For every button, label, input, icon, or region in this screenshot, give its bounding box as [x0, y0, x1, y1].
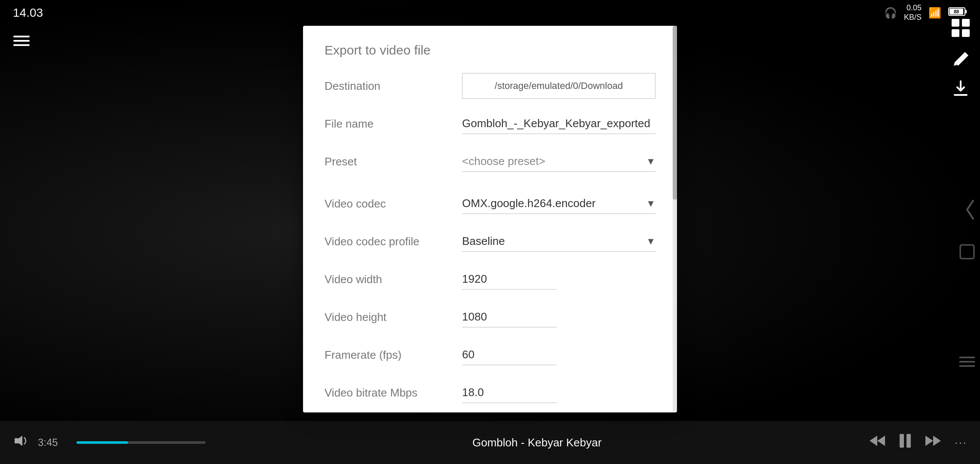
- filename-row: File name: [325, 111, 655, 137]
- video-height-row: Video height: [325, 304, 655, 330]
- export-dialog: Export to video file Destination /storag…: [303, 26, 677, 412]
- video-codec-profile-label: Video codec profile: [325, 235, 462, 248]
- video-bitrate-row: Video bitrate Mbps: [325, 380, 655, 406]
- video-height-label: Video height: [325, 311, 462, 324]
- destination-label: Destination: [325, 79, 462, 93]
- preset-dropdown-arrow: ▼: [646, 156, 655, 167]
- filename-label: File name: [325, 117, 462, 131]
- video-bitrate-label: Video bitrate Mbps: [325, 386, 462, 400]
- video-codec-profile-value: Baseline: [462, 235, 505, 248]
- framerate-input[interactable]: [462, 345, 557, 365]
- video-codec-profile-dropdown-arrow: ▼: [646, 236, 655, 247]
- filename-input[interactable]: [462, 113, 655, 134]
- framerate-label: Framerate (fps): [325, 348, 462, 362]
- scrollbar-track[interactable]: [673, 26, 677, 412]
- scrollbar-thumb[interactable]: [673, 26, 677, 200]
- video-codec-value: OMX.google.h264.encoder: [462, 197, 596, 210]
- dialog-title: Export to video file: [325, 43, 655, 58]
- preset-dropdown[interactable]: <choose preset> ▼: [462, 151, 655, 172]
- video-width-input[interactable]: [462, 269, 557, 290]
- preset-row: Preset <choose preset> ▼: [325, 149, 655, 174]
- destination-value[interactable]: /storage/emulated/0/Download: [462, 73, 655, 99]
- video-codec-label: Video codec: [325, 197, 462, 211]
- dialog-backdrop: Export to video file Destination /storag…: [0, 0, 980, 464]
- video-bitrate-input[interactable]: [462, 382, 557, 403]
- video-height-input[interactable]: [462, 307, 557, 327]
- video-width-label: Video width: [325, 273, 462, 286]
- preset-label: Preset: [325, 155, 462, 168]
- framerate-row: Framerate (fps): [325, 342, 655, 368]
- video-codec-profile-dropdown[interactable]: Baseline ▼: [462, 231, 655, 252]
- video-width-row: Video width: [325, 266, 655, 292]
- preset-value: <choose preset>: [462, 155, 545, 168]
- video-codec-dropdown-arrow: ▼: [646, 198, 655, 209]
- destination-row: Destination /storage/emulated/0/Download: [325, 73, 655, 99]
- video-codec-dropdown[interactable]: OMX.google.h264.encoder ▼: [462, 193, 655, 214]
- video-codec-row: Video codec OMX.google.h264.encoder ▼: [325, 191, 655, 217]
- video-codec-profile-row: Video codec profile Baseline ▼: [325, 229, 655, 254]
